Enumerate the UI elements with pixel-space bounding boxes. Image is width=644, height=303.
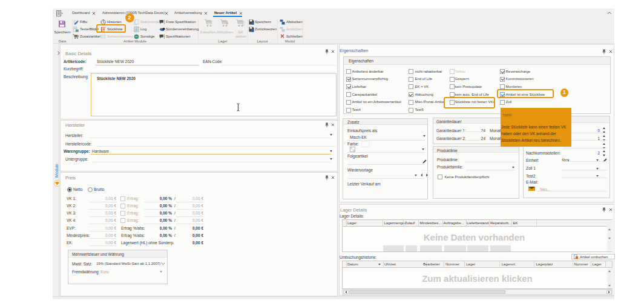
svg-text:u: u [252, 21, 254, 24]
svg-text:b: b [252, 28, 254, 32]
svg-text:€: € [242, 21, 245, 27]
